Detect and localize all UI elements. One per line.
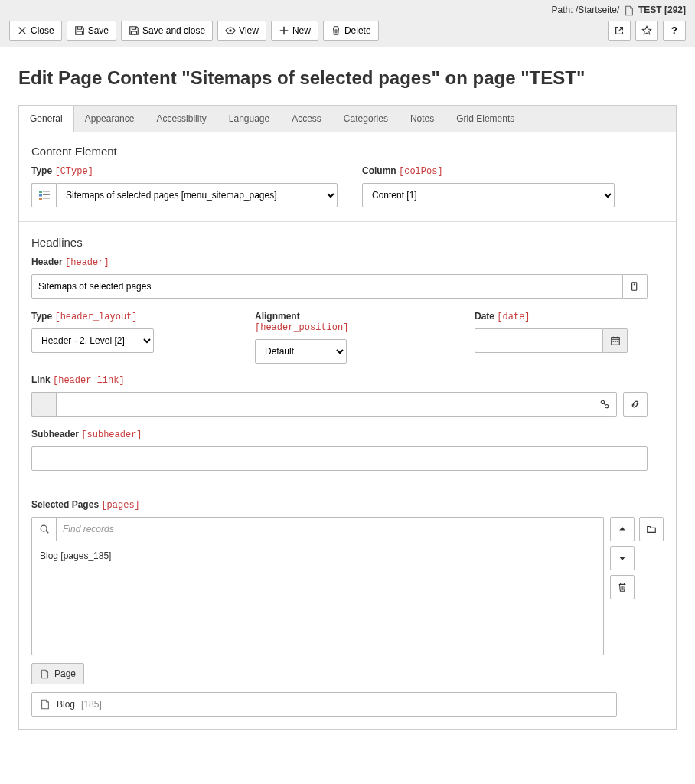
subheader-label: Subheader [subheader]	[31, 429, 664, 440]
svg-rect-11	[615, 341, 616, 342]
link-wizard-button[interactable]	[592, 392, 617, 416]
ctype-icon	[31, 183, 56, 207]
delete-label: Delete	[344, 25, 371, 36]
alignment-label: Alignment [header_position]	[255, 311, 347, 333]
path-page-name: TEST	[638, 5, 662, 15]
tab-grid-elements[interactable]: Grid Elements	[445, 106, 526, 132]
records-list[interactable]: Blog [pages_185]	[31, 541, 604, 655]
share-button[interactable]	[608, 21, 631, 41]
svg-rect-8	[633, 284, 635, 286]
find-records-input[interactable]	[57, 518, 603, 541]
plus-icon	[279, 25, 289, 36]
page-chip-label: Page	[54, 668, 76, 679]
header-input[interactable]	[31, 274, 623, 299]
tab-accessibility[interactable]: Accessibility	[145, 106, 217, 132]
save-label: Save	[88, 25, 109, 36]
svg-rect-5	[43, 194, 50, 196]
svg-rect-2	[39, 194, 42, 197]
type-select[interactable]: Sitemaps of selected pages [menu_sitemap…	[56, 183, 338, 207]
browse-folder-button[interactable]	[639, 517, 664, 541]
link-input[interactable]	[56, 392, 592, 416]
svg-rect-3	[39, 198, 42, 200]
new-button[interactable]: New	[271, 21, 318, 41]
svg-rect-4	[43, 191, 50, 192]
search-icon	[32, 518, 57, 541]
column-select[interactable]: Content [1]	[362, 183, 615, 207]
alignment-select[interactable]: Default	[255, 339, 347, 364]
page-icon	[40, 669, 50, 679]
close-button[interactable]: Close	[9, 21, 62, 41]
pages-label: Selected Pages [pages]	[31, 499, 664, 511]
save-close-label: Save and close	[142, 25, 205, 36]
save-icon	[74, 25, 85, 36]
view-label: View	[239, 25, 259, 36]
page-type-chip[interactable]: Page	[31, 663, 84, 684]
tab-access[interactable]: Access	[281, 106, 333, 132]
subheader-input[interactable]	[31, 446, 648, 471]
remove-item-button[interactable]	[610, 575, 635, 599]
link-label: Link [header_link]	[31, 374, 664, 386]
type-label: Type [CType]	[31, 165, 338, 177]
svg-rect-12	[616, 341, 618, 342]
breadcrumb: Path: /Startseite/ TEST [292]	[9, 5, 686, 16]
save-close-button[interactable]: Save and close	[121, 21, 213, 41]
tab-general[interactable]: General	[19, 106, 74, 132]
svg-point-14	[605, 404, 608, 407]
svg-rect-6	[43, 198, 50, 199]
svg-point-0	[229, 29, 232, 32]
page-icon	[624, 5, 635, 16]
tab-notes[interactable]: Notes	[400, 106, 445, 132]
header-toggle-button[interactable]	[623, 274, 648, 299]
save-button[interactable]: Save	[67, 21, 116, 41]
column-label: Column [colPos]	[362, 165, 615, 177]
svg-point-13	[601, 400, 604, 403]
page-reference[interactable]: Blog [185]	[31, 692, 617, 717]
header-label: Header [header]	[31, 256, 664, 268]
tab-categories[interactable]: Categories	[333, 106, 400, 132]
page-ref-id: [185]	[81, 699, 102, 710]
move-up-button[interactable]	[610, 517, 635, 541]
path-segments: /Startseite/	[576, 5, 619, 15]
date-label: Date [date]	[475, 311, 628, 322]
section-headlines: Headlines	[31, 236, 664, 249]
help-button[interactable]: ?	[663, 21, 686, 41]
svg-rect-7	[631, 283, 636, 291]
move-down-button[interactable]	[610, 546, 635, 570]
path-label: Path:	[552, 5, 573, 15]
page-title: Edit Page Content "Sitemaps of selected …	[18, 66, 677, 90]
view-button[interactable]: View	[217, 21, 266, 41]
section-content-element: Content Element	[31, 145, 664, 158]
close-label: Close	[31, 25, 54, 36]
date-picker-button[interactable]	[603, 328, 628, 353]
header-layout-label: Type [header_layout]	[31, 311, 154, 322]
bookmark-button[interactable]	[635, 21, 658, 41]
tab-language[interactable]: Language	[218, 106, 281, 132]
question-icon: ?	[669, 25, 680, 36]
record-item[interactable]: Blog [pages_185]	[40, 549, 595, 563]
external-link-icon	[614, 25, 625, 36]
header-layout-select[interactable]: Header - 2. Level [2]	[31, 328, 154, 353]
star-icon	[641, 25, 652, 36]
save-close-icon	[129, 25, 139, 36]
svg-rect-1	[39, 191, 42, 193]
link-browser-button[interactable]	[623, 392, 648, 416]
delete-button[interactable]: Delete	[323, 21, 379, 41]
trash-icon	[331, 25, 341, 36]
svg-rect-10	[612, 341, 614, 342]
eye-icon	[225, 25, 236, 36]
date-input[interactable]	[475, 328, 603, 353]
page-icon	[40, 699, 51, 710]
page-ref-title: Blog	[57, 699, 75, 710]
link-prefix-icon	[31, 392, 56, 416]
close-icon	[17, 25, 28, 36]
tab-appearance[interactable]: Appearance	[74, 106, 146, 132]
svg-point-15	[41, 525, 47, 531]
path-page-id: [292]	[664, 5, 686, 15]
tabs: General Appearance Accessibility Languag…	[18, 105, 677, 132]
new-label: New	[292, 25, 311, 36]
